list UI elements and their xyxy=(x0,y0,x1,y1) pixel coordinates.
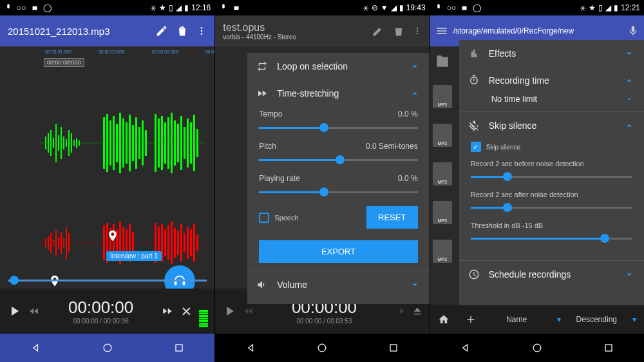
edit-icon[interactable] xyxy=(155,24,168,37)
chevron-down-icon xyxy=(623,269,635,280)
more-icon[interactable] xyxy=(196,24,207,37)
svg-point-88 xyxy=(319,344,327,352)
signal-icon: ◢ xyxy=(605,3,611,12)
status-bar: ⚹ ⊖ ▼ ◢ ▮ 19:43 xyxy=(215,0,429,15)
volume-row[interactable]: Volume xyxy=(247,271,429,298)
home-icon[interactable] xyxy=(438,314,450,325)
android-icon xyxy=(232,3,241,12)
bluetooth-icon: ⚹ xyxy=(363,3,369,12)
close-button[interactable] xyxy=(180,305,193,318)
mic-toolbar-icon[interactable] xyxy=(627,25,639,37)
android-nav-bar xyxy=(215,334,429,362)
sort-field[interactable]: Name xyxy=(492,315,542,324)
chevron-down-icon xyxy=(623,48,635,59)
file-icon[interactable]: MP3 xyxy=(433,240,452,263)
file-icon[interactable]: MP3 xyxy=(433,162,452,186)
delete-icon[interactable] xyxy=(392,24,405,37)
reset-button[interactable]: RESET xyxy=(366,206,418,229)
speech-checkbox[interactable] xyxy=(259,213,269,223)
schedule-row[interactable]: Schedule recordings xyxy=(459,260,644,288)
eject-button[interactable] xyxy=(412,305,423,317)
pitch-value: 0.0 Semi-tones xyxy=(366,142,418,151)
timestretch-row[interactable]: Time-stretching xyxy=(247,80,429,107)
before-noise-slider[interactable] xyxy=(471,170,632,183)
nav-home-icon[interactable] xyxy=(531,341,544,354)
rate-value: 0.0 % xyxy=(398,174,418,183)
rate-slider[interactable] xyxy=(259,186,417,198)
menu-icon[interactable] xyxy=(435,24,448,37)
folder-icon[interactable] xyxy=(433,53,452,70)
time-ruler: 00:00:01:00000:00:02:00000:00:03:00000:0… xyxy=(0,46,214,57)
tempo-value: 0.0 % xyxy=(398,110,418,119)
svg-point-81 xyxy=(104,344,111,352)
file-info: vorbis - 44100Hz - Stereo xyxy=(223,33,363,41)
svg-rect-89 xyxy=(390,345,397,351)
list-toolbar: Name ▾ Descending ▾ xyxy=(430,305,644,334)
svg-point-83 xyxy=(417,28,418,29)
chevron-up-icon xyxy=(623,75,635,86)
svg-point-90 xyxy=(533,344,541,352)
file-icon[interactable]: MP3 xyxy=(433,201,452,224)
settings-panel: Effects Recording time No time limit Ski… xyxy=(459,40,644,323)
play-button[interactable] xyxy=(6,303,22,319)
clock-text: 12:16 xyxy=(191,3,211,12)
nav-recent-icon[interactable] xyxy=(173,341,185,354)
time-display: 00:00:00 xyxy=(46,298,155,318)
clock-text: 19:43 xyxy=(406,3,426,12)
delete-icon[interactable] xyxy=(176,24,189,37)
file-icon[interactable]: MP3 xyxy=(433,124,452,147)
marker-pin-1[interactable] xyxy=(106,227,119,245)
svg-point-1 xyxy=(201,30,203,32)
add-icon[interactable] xyxy=(465,314,477,325)
nav-home-icon[interactable] xyxy=(316,341,328,354)
mic-icon xyxy=(219,3,228,12)
export-button[interactable]: EXPORT xyxy=(259,240,417,263)
edit-icon[interactable] xyxy=(372,24,384,37)
chevron-down-icon xyxy=(409,279,421,291)
path-breadcrumb[interactable]: /storage/emulated/0/RecForge/new xyxy=(453,26,622,35)
effects-panel: Loop on selection Time-stretching Tempo0… xyxy=(247,53,429,304)
effects-row[interactable]: Effects xyxy=(459,40,644,67)
android-nav-bar xyxy=(430,334,644,362)
marker-label-1[interactable]: Interview : part 1 xyxy=(106,251,162,261)
before-noise-label: Record 2 sec before noise detection xyxy=(471,160,632,167)
recording-time-row[interactable]: Recording time xyxy=(459,67,644,94)
signal-icon: ◢ xyxy=(176,3,182,12)
waveform-canvas[interactable]: 00:00:01:00000:00:02:00000:00:03:00000:0… xyxy=(0,46,214,272)
file-icon[interactable]: MP3 xyxy=(433,85,452,108)
time-range: 00:00:00 / 00:00:06 xyxy=(46,318,155,325)
skip-silence-checkbox[interactable] xyxy=(471,142,481,152)
nav-back-icon[interactable] xyxy=(459,341,472,354)
after-noise-label: Record 2 sec after noise detection xyxy=(471,191,632,198)
mic-icon xyxy=(4,3,13,12)
mic-icon xyxy=(434,3,443,12)
seek-bar[interactable] xyxy=(0,277,214,283)
after-noise-slider[interactable] xyxy=(471,201,632,214)
wifi-icon: ▼ xyxy=(381,3,388,12)
pitch-slider[interactable] xyxy=(259,153,417,166)
more-icon[interactable] xyxy=(413,24,422,37)
rewind-button[interactable] xyxy=(28,305,40,317)
threshold-slider[interactable] xyxy=(471,232,632,245)
selection-marker[interactable]: 00:00:00:000 xyxy=(44,58,84,67)
loop-section-row[interactable]: Loop on selection xyxy=(247,53,429,80)
status-bar: ○○ ◯ ⚹ ★ ▯ ◢ ▮ 12:16 xyxy=(0,0,214,15)
time-range: 00:00:00 / 00:03:53 xyxy=(260,318,388,325)
nav-recent-icon[interactable] xyxy=(602,341,615,354)
fastforward-icon xyxy=(256,88,268,99)
nav-back-icon[interactable] xyxy=(30,341,43,354)
forward-button[interactable] xyxy=(162,305,173,317)
android-icon xyxy=(30,3,39,12)
sort-direction[interactable]: Descending xyxy=(576,315,617,324)
skip-silence-row[interactable]: Skip silence xyxy=(459,111,644,139)
playback-controls: 00:00:00 00:00:00 / 00:00:06 xyxy=(0,289,214,334)
forward-button[interactable] xyxy=(395,306,405,316)
tempo-slider[interactable] xyxy=(259,121,417,134)
play-button[interactable] xyxy=(222,303,237,319)
svg-point-85 xyxy=(417,33,418,34)
nav-recent-icon[interactable] xyxy=(387,341,400,354)
nav-back-icon[interactable] xyxy=(245,341,258,354)
rewind-button[interactable] xyxy=(243,306,254,316)
time-limit-dropdown[interactable]: No time limit xyxy=(491,94,634,104)
nav-home-icon[interactable] xyxy=(101,341,114,354)
